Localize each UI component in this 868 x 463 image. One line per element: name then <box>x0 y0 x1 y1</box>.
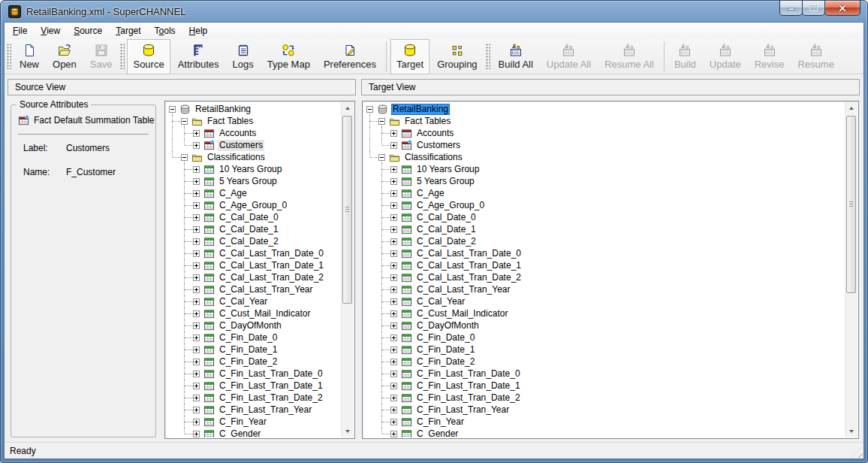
expand-toggle[interactable] <box>191 392 203 404</box>
expand-toggle[interactable] <box>388 283 400 295</box>
expand-toggle[interactable] <box>191 295 203 307</box>
tree-item-c-age-group-0[interactable]: C_Age_Group_0 <box>167 199 340 211</box>
scrollbar-thumb[interactable] <box>342 116 352 304</box>
expand-toggle[interactable] <box>191 247 203 259</box>
expand-toggle[interactable] <box>388 331 400 343</box>
expand-toggle[interactable] <box>191 139 203 151</box>
tree-item-c-cal-date-0[interactable]: C_Cal_Date_0 <box>364 211 844 223</box>
tree-item-c-cal-last-tran-date-0[interactable]: C_Cal_Last_Tran_Date_0 <box>364 247 844 259</box>
tree-item-c-age[interactable]: C_Age <box>167 187 340 199</box>
close-icon[interactable] <box>824 1 860 16</box>
expand-toggle[interactable] <box>388 163 400 175</box>
tree-item-c-cal-date-2[interactable]: C_Cal_Date_2 <box>364 235 844 247</box>
expand-toggle[interactable] <box>191 235 203 247</box>
tree-item-10-years-group[interactable]: 10 Years Group <box>167 163 340 175</box>
tree-item-c-age[interactable]: C_Age <box>364 187 844 199</box>
tree-item-customers[interactable]: Customers <box>364 139 844 151</box>
target-button[interactable]: Target <box>390 39 429 74</box>
tree-item-accounts[interactable]: Accounts <box>364 127 844 139</box>
source-button[interactable]: Source <box>127 39 170 74</box>
expand-toggle[interactable] <box>388 211 400 223</box>
tree-item-c-fin-date-1[interactable]: C_Fin_Date_1 <box>364 343 844 356</box>
expand-toggle[interactable] <box>191 319 203 331</box>
collapse-toggle[interactable] <box>167 103 179 115</box>
tree-item-fact-tables[interactable]: Fact Tables <box>167 115 340 127</box>
tree-item-c-cal-last-tran-year[interactable]: C_Cal_Last_Tran_Year <box>364 283 844 295</box>
expand-toggle[interactable] <box>388 428 400 437</box>
new-button[interactable]: New <box>14 39 45 74</box>
scrollbar-thumb[interactable] <box>846 116 856 293</box>
expand-toggle[interactable] <box>191 380 203 392</box>
tree-item-c-cal-date-1[interactable]: C_Cal_Date_1 <box>167 223 340 235</box>
tree-item-classifications[interactable]: Classifications <box>364 151 844 163</box>
tree-item-retailbanking[interactable]: RetailBanking <box>364 103 844 115</box>
tree-item-c-fin-last-tran-year[interactable]: C_Fin_Last_Tran_Year <box>167 404 340 416</box>
expand-toggle[interactable] <box>191 223 203 235</box>
menu-source[interactable]: Source <box>67 24 109 38</box>
menu-tools[interactable]: Tools <box>148 24 182 38</box>
expand-toggle[interactable] <box>388 223 400 235</box>
expand-toggle[interactable] <box>388 368 400 380</box>
collapse-toggle[interactable] <box>179 115 191 127</box>
maximize-icon[interactable] <box>802 1 825 16</box>
collapse-toggle[interactable] <box>364 103 376 115</box>
tree-item-c-fin-last-tran-date-1[interactable]: C_Fin_Last_Tran_Date_1 <box>167 380 340 392</box>
tree-item-c-cal-last-tran-date-2[interactable]: C_Cal_Last_Tran_Date_2 <box>167 271 340 283</box>
target-tree-scrollbar[interactable] <box>845 102 857 437</box>
tree-item-c-fin-date-1[interactable]: C_Fin_Date_1 <box>167 343 340 356</box>
expand-toggle[interactable] <box>388 404 400 416</box>
expand-toggle[interactable] <box>388 380 400 392</box>
tree-item-c-cal-last-tran-date-2[interactable]: C_Cal_Last_Tran_Date_2 <box>364 271 844 283</box>
tree-item-c-fin-date-2[interactable]: C_Fin_Date_2 <box>364 356 844 368</box>
tree-item-c-cal-last-tran-year[interactable]: C_Cal_Last_Tran_Year <box>167 283 340 295</box>
menu-view[interactable]: View <box>34 24 67 38</box>
open-button[interactable]: Open <box>47 39 83 74</box>
tree-item-c-cust-mail-indicator[interactable]: C_Cust_Mail_Indicator <box>364 307 844 319</box>
expand-toggle[interactable] <box>191 187 203 199</box>
expand-toggle[interactable] <box>388 343 400 356</box>
grouping-button[interactable]: Grouping <box>431 39 483 74</box>
tree-item-10-years-group[interactable]: 10 Years Group <box>364 163 844 175</box>
tree-item-classifications[interactable]: Classifications <box>167 151 340 163</box>
expand-toggle[interactable] <box>388 416 400 428</box>
expand-toggle[interactable] <box>388 187 400 199</box>
minimize-icon[interactable] <box>779 1 803 16</box>
tree-item-c-cal-date-0[interactable]: C_Cal_Date_0 <box>167 211 340 223</box>
expand-toggle[interactable] <box>191 175 203 187</box>
tree-item-c-fin-last-tran-date-0[interactable]: C_Fin_Last_Tran_Date_0 <box>167 368 340 380</box>
expand-toggle[interactable] <box>191 199 203 211</box>
expand-toggle[interactable] <box>191 416 203 428</box>
type-map-button[interactable]: Type Map <box>261 39 316 74</box>
tree-item-c-fin-last-tran-date-2[interactable]: C_Fin_Last_Tran_Date_2 <box>364 392 844 404</box>
tree-item-c-dayofmonth[interactable]: C_DayOfMonth <box>364 319 844 331</box>
source-tree-scrollbar[interactable] <box>341 102 354 437</box>
tree-item-fact-tables[interactable]: Fact Tables <box>364 115 844 127</box>
expand-toggle[interactable] <box>388 175 400 187</box>
tree-item-c-dayofmonth[interactable]: C_DayOfMonth <box>167 319 340 331</box>
collapse-toggle[interactable] <box>376 115 388 127</box>
tree-item-c-fin-last-tran-date-2[interactable]: C_Fin_Last_Tran_Date_2 <box>167 392 340 404</box>
tree-item-c-fin-date-2[interactable]: C_Fin_Date_2 <box>167 356 340 368</box>
tree-item-c-fin-date-0[interactable]: C_Fin_Date_0 <box>167 331 340 343</box>
expand-toggle[interactable] <box>191 259 203 271</box>
scroll-up-icon[interactable] <box>845 102 857 115</box>
expand-toggle[interactable] <box>388 271 400 283</box>
window-titlebar[interactable]: RetailBanking.xml - SuperCHANNEL <box>1 1 867 22</box>
expand-toggle[interactable] <box>191 428 203 437</box>
expand-toggle[interactable] <box>388 199 400 211</box>
build-all-button[interactable]: Build All <box>493 39 539 74</box>
resize-grip[interactable] <box>852 447 863 458</box>
expand-toggle[interactable] <box>388 295 400 307</box>
expand-toggle[interactable] <box>388 247 400 259</box>
tree-item-accounts[interactable]: Accounts <box>167 127 340 139</box>
expand-toggle[interactable] <box>388 319 400 331</box>
tree-item-c-fin-last-tran-date-1[interactable]: C_Fin_Last_Tran_Date_1 <box>364 380 844 392</box>
menu-help[interactable]: Help <box>182 24 215 38</box>
tree-item-retailbanking[interactable]: RetailBanking <box>167 103 340 115</box>
tree-item-c-cal-year[interactable]: C_Cal_Year <box>167 295 340 307</box>
tree-item-c-cal-date-1[interactable]: C_Cal_Date_1 <box>364 223 844 235</box>
tree-item-c-cal-last-tran-date-1[interactable]: C_Cal_Last_Tran_Date_1 <box>167 259 340 271</box>
preferences-button[interactable]: Preferences <box>318 39 382 74</box>
logs-button[interactable]: Logs <box>227 39 260 74</box>
expand-toggle[interactable] <box>191 404 203 416</box>
